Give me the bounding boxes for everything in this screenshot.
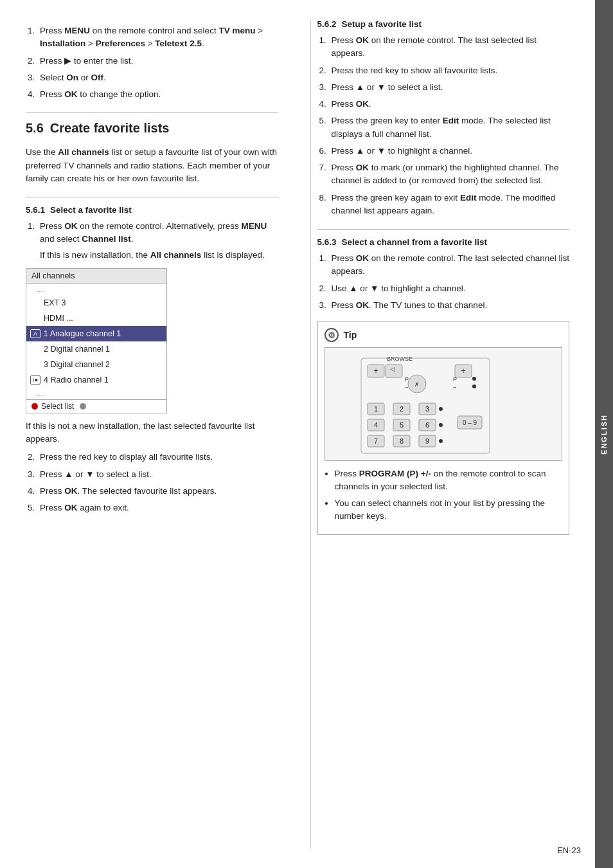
section-561-steps-2: Press the red key to display all favouri… [37,451,278,514]
section-563: 5.6.3 Select a channel from a favorite l… [317,237,570,312]
ok-562-7: OK [356,163,369,172]
svg-text:BROWSE: BROWSE [387,356,413,362]
intro-step-2: Press ▶ to enter the list. [37,55,278,68]
section-56-number: 5.6 [26,121,44,136]
svg-text:6: 6 [425,421,429,429]
svg-point-28 [439,423,443,427]
ok-bold-4: OK [64,503,77,512]
channel-item-digital1: 2 Digital channel 1 [26,341,166,357]
side-tab: ENGLISH [595,0,613,868]
edit-bold-2: Edit [460,193,477,203]
section-562-number: 5.6.2 [317,19,337,29]
step-563-2: Use ▲ or ▼ to highlight a channel. [329,282,570,295]
gray-dot-icon [80,403,86,410]
step-562-8: Press the green key again to exit Edit m… [329,192,570,218]
svg-text:0 – 9: 0 – 9 [462,419,477,426]
menu-bold: MENU [64,26,90,35]
section-56-title: Create favorite lists [50,121,170,136]
new-install-note: If this is new installation, the All cha… [40,249,278,262]
section-563-title: Select a channel from a favorite list [342,237,488,247]
channel-icon-digital2 [30,360,40,369]
tip-icon: ⚙ [324,328,339,342]
svg-text:4: 4 [373,421,377,429]
ok-562-1: OK [356,35,369,45]
svg-point-21 [439,407,443,411]
step-562-7: Press OK to mark (or unmark) the highlig… [329,161,570,188]
channellist-bold: Channel list [82,234,131,244]
section-56: 5.6 Create favorite lists Use the All ch… [26,121,278,185]
channel-item-radio1: r● 4 Radio channel 1 [26,372,166,388]
intro-step-3: Select On or Off. [37,71,278,84]
svg-point-37 [439,439,443,443]
page-number: EN-23 [557,845,581,855]
off-bold: Off [91,73,104,82]
section-562-title: Setup a favorite list [342,19,422,29]
channel-icon-hdmi [30,314,40,323]
not-new-install-note: If this is not a new installation, the l… [26,420,278,446]
step-561-4: Press OK. The selected favourite list ap… [37,485,278,498]
intro-step-1: Press MENU on the remote control and sel… [37,24,278,51]
tip-header: ⚙ Tip [324,328,563,342]
svg-text:P: P [453,376,457,383]
ok-bold-2: OK [64,221,77,231]
channel-item-analogue1: A 1 Analogue channel 1 [26,326,166,341]
menu-bold-2: MENU [241,221,267,231]
svg-text:9: 9 [425,437,429,445]
installation-bold: Installation [40,39,85,48]
svg-text:8: 8 [399,437,403,445]
step-563-1: Press OK on the remote control. The last… [329,252,570,278]
edit-bold-1: Edit [443,116,459,125]
step-562-5: Press the green key to enter Edit mode. … [329,114,570,141]
tvmenu-bold: TV menu [218,26,255,35]
ok-562-4: OK [356,99,369,109]
preferences-bold: Preferences [96,39,145,48]
main-content: Press MENU on the remote control and sel… [0,0,595,868]
intro-steps-list: Press MENU on the remote control and sel… [37,24,278,101]
tip-bullets: Press PROGRAM (P) +/- on the remote cont… [335,467,563,523]
allchannels-bold-2: All channels [150,250,202,260]
step-561-3: Press ▲ or ▼ to select a list. [37,468,278,481]
svg-point-13 [472,377,476,381]
tip-label: Tip [344,330,357,340]
channel-icon-analogue: A [30,329,40,338]
channel-icon-digital1 [30,345,40,354]
section-562: 5.6.2 Setup a favorite list Press OK on … [317,19,570,217]
section-562-header: 5.6.2 Setup a favorite list [317,19,570,29]
divider-3 [317,229,570,230]
channel-item-ext3: EXT 3 [26,295,166,311]
svg-text:+: + [461,366,466,375]
channel-list-box: All channels .... EXT 3 HDMI ... A [26,268,167,413]
left-column: Press MENU on the remote control and sel… [26,19,291,849]
ok-563-1: OK [356,253,369,263]
svg-text:1: 1 [373,405,377,413]
on-bold: On [66,73,78,82]
channel-item-hdmi: HDMI ... [26,311,166,326]
tip-bullet-1: Press PROGRAM (P) +/- on the remote cont… [335,467,563,494]
svg-text:–: – [405,384,408,390]
channel-ellipsis-1: .... [26,284,166,295]
page-container: Press MENU on the remote control and sel… [0,0,613,868]
svg-text:5: 5 [399,421,403,429]
remote-svg: BROWSE + ◁ ✗ P – [329,352,509,455]
section-563-steps: Press OK on the remote control. The last… [329,252,570,312]
section-563-header: 5.6.3 Select a channel from a favorite l… [317,237,570,247]
step-562-2: Press the red key to show all favourite … [329,64,570,77]
program-bold: PROGRAM (P) +/- [359,469,431,478]
teletext-bold: Teletext 2.5 [155,39,202,48]
channel-item-digital2: 3 Digital channel 2 [26,357,166,372]
divider-1 [26,113,278,113]
channel-list-footer: Select list [26,399,166,413]
step-562-4: Press OK. [329,98,570,111]
svg-text:3: 3 [425,405,429,413]
section-561-title: Select a favorite list [50,205,132,215]
section-561-number: 5.6.1 [26,205,45,215]
svg-point-14 [472,384,476,388]
svg-text:+: + [373,366,378,375]
section-561: 5.6.1 Select a favorite list Press OK on… [26,205,278,514]
step-561-2: Press the red key to display all favouri… [37,451,278,464]
channel-icon-ext3 [30,298,40,307]
allchannels-bold: All channels [58,147,109,157]
svg-text:P: P [405,376,409,383]
channel-list-body: .... EXT 3 HDMI ... A 1 Analogue channel… [26,284,166,399]
svg-text:◁: ◁ [390,366,395,372]
